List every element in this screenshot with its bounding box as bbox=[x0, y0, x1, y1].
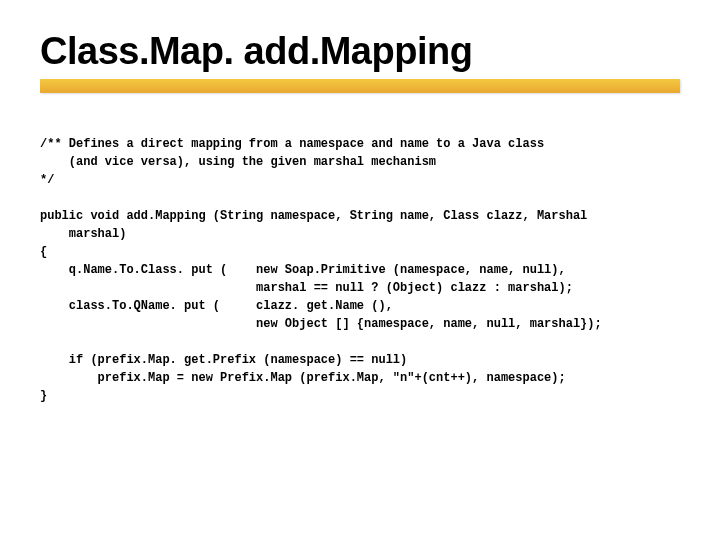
code-brace-open: { bbox=[40, 245, 47, 259]
code-body-line4: new Object [] {namespace, name, null, ma… bbox=[40, 317, 602, 331]
code-body-line1: q.Name.To.Class. put ( new Soap.Primitiv… bbox=[40, 263, 566, 277]
code-signature-line1: public void add.Mapping (String namespac… bbox=[40, 209, 587, 223]
code-brace-close: } bbox=[40, 389, 47, 403]
code-body-line5: if (prefix.Map. get.Prefix (namespace) =… bbox=[40, 353, 407, 367]
title-underline bbox=[40, 79, 680, 93]
code-body-line2: marshal == null ? (Object) clazz : marsh… bbox=[40, 281, 573, 295]
code-comment-line3: */ bbox=[40, 173, 54, 187]
code-comment-line1: /** Defines a direct mapping from a name… bbox=[40, 137, 544, 151]
code-body-line3: class.To.QName. put ( clazz. get.Name ()… bbox=[40, 299, 393, 313]
code-comment-line2: (and vice versa), using the given marsha… bbox=[40, 155, 436, 169]
code-signature-line2: marshal) bbox=[40, 227, 126, 241]
code-block: /** Defines a direct mapping from a name… bbox=[40, 117, 680, 405]
slide-title: Class.Map. add.Mapping bbox=[40, 30, 680, 73]
code-body-line6: prefix.Map = new Prefix.Map (prefix.Map,… bbox=[40, 371, 566, 385]
